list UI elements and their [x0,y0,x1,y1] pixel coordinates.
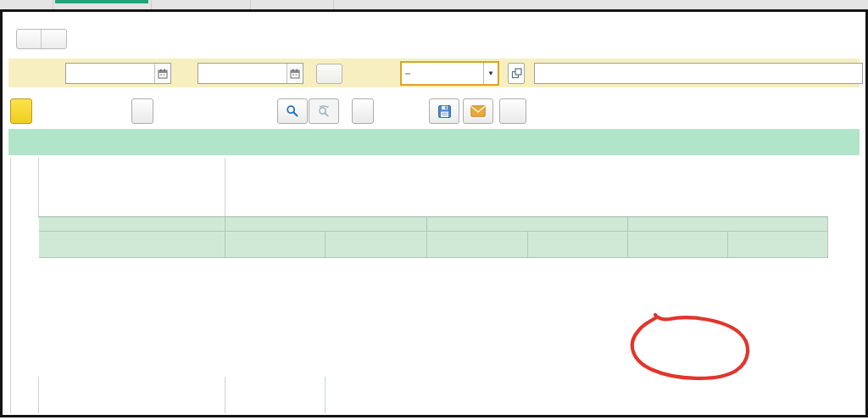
column-header-contractors[interactable] [39,232,225,258]
column-header-credit[interactable] [326,232,427,258]
chevron-down-icon[interactable]: ▼ [483,63,498,84]
browser-tab-strip [0,0,868,9]
search-icon [286,104,299,118]
tab-separator [53,0,53,9]
column-header-debit[interactable] [427,232,528,258]
column-header-account[interactable] [39,217,225,232]
sheet-column-line [325,377,326,413]
active-tab-indicator [55,0,148,3]
account-value [405,73,410,75]
save-button[interactable] [429,98,459,124]
accounting-register-button[interactable] [499,98,526,124]
report-table [38,216,828,217]
account-description-field[interactable] [534,63,863,84]
titlebar [3,12,865,54]
back-button[interactable] [17,30,42,48]
save-icon [437,104,452,119]
nav-buttons [16,29,67,49]
sheet-column-line [225,158,225,216]
tab-separator [151,0,152,9]
forward-button[interactable] [42,30,66,48]
sheet-edge-line [10,158,11,413]
app-window: { "titlebar": { "back": "←", "forward": … [0,0,868,420]
calendar-icon[interactable] [154,64,170,83]
column-group-closing-balance[interactable] [628,217,828,232]
calendar-icon[interactable] [287,64,303,83]
column-group-opening-balance[interactable] [225,217,427,232]
account-input[interactable]: ▼ [400,61,499,86]
column-group-turnover[interactable] [427,217,628,232]
generate-button[interactable] [10,98,32,124]
sheet-column-line [38,158,39,216]
open-account-button[interactable] [508,63,525,84]
tab-separator [250,0,251,9]
search-next-button [309,98,339,124]
period-more-button[interactable] [316,64,342,84]
show-settings-button[interactable] [131,98,153,124]
send-email-button[interactable] [463,98,493,124]
tab-separator [333,0,334,9]
date-from-field[interactable] [65,63,171,84]
report-toolbar [3,93,865,129]
sheet-column-line [38,377,39,413]
mail-icon [470,105,486,117]
column-header-debit[interactable] [225,232,326,258]
print-button[interactable] [352,98,374,124]
sheet-column-line [225,377,225,413]
table-header-row [39,217,828,232]
date-to-field[interactable] [198,63,303,84]
filter-panel: ▼ [8,59,860,87]
table-subheader-row [39,232,828,258]
column-header-credit[interactable] [728,232,828,258]
promo-banner[interactable] [8,129,860,155]
column-header-debit[interactable] [628,232,728,258]
open-in-form-icon [511,68,522,79]
search-next-icon [317,104,331,118]
column-header-credit[interactable] [528,232,628,258]
search-button[interactable] [277,98,308,124]
